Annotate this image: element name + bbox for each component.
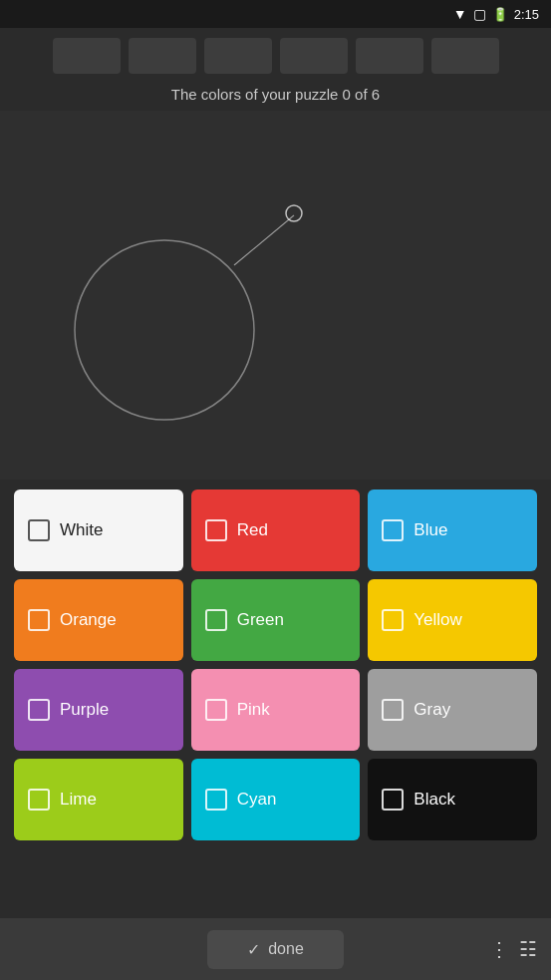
color-btn-green[interactable]: Green (191, 579, 361, 661)
color-label-green: Green (237, 610, 284, 630)
checkbox-purple (28, 699, 50, 721)
color-label-lime: Lime (60, 790, 97, 810)
checkbox-white (28, 519, 50, 541)
color-btn-black[interactable]: Black (368, 759, 537, 840)
bottom-icons: ⋮ ☷ (489, 937, 537, 961)
checkbox-blue (382, 519, 404, 541)
checkbox-lime (28, 789, 50, 811)
checkmark-icon: ✓ (247, 940, 260, 959)
color-btn-yellow[interactable]: Yellow (368, 579, 537, 661)
checkbox-orange (28, 609, 50, 631)
color-label-yellow: Yellow (413, 610, 462, 630)
checkbox-gray (382, 699, 404, 721)
color-btn-red[interactable]: Red (191, 490, 361, 571)
battery-icon: 🔋 (492, 7, 508, 22)
color-slot-2[interactable] (129, 38, 196, 74)
canvas-area (0, 111, 551, 480)
signal-icon: ▢ (473, 6, 486, 22)
color-label-white: White (60, 520, 103, 540)
svg-point-2 (286, 205, 302, 221)
color-slot-5[interactable] (356, 38, 423, 74)
color-btn-blue[interactable]: Blue (368, 490, 537, 571)
color-slots-container (0, 28, 551, 80)
color-label-pink: Pink (237, 700, 270, 720)
checkbox-yellow (382, 609, 404, 631)
puzzle-subtitle: The colors of your puzzle 0 of 6 (0, 80, 551, 111)
checkbox-red (205, 519, 227, 541)
color-slot-3[interactable] (204, 38, 272, 74)
svg-point-0 (75, 240, 254, 420)
color-btn-cyan[interactable]: Cyan (191, 759, 361, 840)
color-label-blue: Blue (413, 520, 447, 540)
done-label: done (268, 940, 304, 958)
color-btn-pink[interactable]: Pink (191, 669, 361, 751)
color-label-gray: Gray (413, 700, 450, 720)
checkbox-pink (205, 699, 227, 721)
color-btn-purple[interactable]: Purple (14, 669, 183, 751)
color-btn-orange[interactable]: Orange (14, 579, 183, 661)
checkbox-black (382, 789, 404, 811)
color-label-cyan: Cyan (237, 790, 277, 810)
color-slot-6[interactable] (431, 38, 499, 74)
wifi-icon: ▼ (453, 6, 467, 22)
bottom-bar: ✓ done ⋮ ☷ (0, 918, 551, 980)
color-label-purple: Purple (60, 700, 109, 720)
color-btn-white[interactable]: White (14, 490, 183, 571)
color-slot-4[interactable] (280, 38, 348, 74)
color-btn-lime[interactable]: Lime (14, 759, 183, 840)
grid-icon[interactable]: ☷ (519, 937, 537, 961)
color-label-orange: Orange (60, 610, 117, 630)
more-icon[interactable]: ⋮ (489, 937, 509, 961)
color-grid: WhiteRedBlueOrangeGreenYellowPurplePinkG… (0, 480, 551, 840)
status-time: 2:15 (514, 7, 539, 22)
color-label-red: Red (237, 520, 268, 540)
done-button[interactable]: ✓ done (207, 930, 344, 969)
svg-line-1 (234, 215, 294, 265)
checkbox-cyan (205, 789, 227, 811)
color-label-black: Black (413, 790, 455, 810)
checkbox-green (205, 609, 227, 631)
color-btn-gray[interactable]: Gray (368, 669, 537, 751)
color-slot-1[interactable] (53, 38, 121, 74)
status-bar: ▼ ▢ 🔋 2:15 (0, 0, 551, 28)
